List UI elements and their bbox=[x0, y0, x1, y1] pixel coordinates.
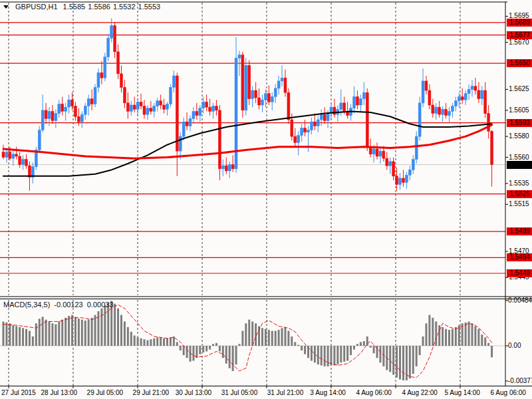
price-tick-label: 1.5625 bbox=[509, 85, 529, 93]
sr-price-label: 1.5677 bbox=[507, 31, 532, 39]
sr-price-label: 1.5525 bbox=[507, 190, 532, 198]
price-tick-label: 1.5535 bbox=[509, 180, 529, 188]
time-tick-label: 29 Jul 05:00 bbox=[87, 389, 124, 397]
sr-price-label: 1.5449 bbox=[507, 269, 532, 277]
price-chart-canvas[interactable] bbox=[0, 0, 532, 399]
price-tick-label: 1.5515 bbox=[509, 200, 529, 208]
sr-price-label: 1.5464 bbox=[507, 253, 532, 261]
symbol-period-label: GBPUSD,H1 bbox=[15, 3, 58, 11]
chart-ohlc-title: GBPUSD,H1 1.5585 1.5586 1.5532 1.5553 bbox=[3, 3, 160, 11]
macd-indicator-title: MACD(5,34,5) -0.00123 0.00033 bbox=[3, 301, 114, 309]
macd-tick-label: -0.00377 bbox=[508, 377, 532, 385]
price-tick-label: 1.5605 bbox=[509, 106, 529, 114]
sr-price-label: 1.5489 bbox=[507, 227, 532, 235]
time-tick-label: 31 Jul 05:00 bbox=[221, 389, 258, 397]
sr-price-label: 1.5689 bbox=[507, 19, 532, 27]
ohlc-open: 1.5585 bbox=[63, 3, 86, 11]
ohlc-high: 1.5586 bbox=[88, 3, 110, 11]
chart-dropdown-icon[interactable] bbox=[3, 5, 9, 9]
mt4-chart-window: GBPUSD,H1 1.5585 1.5586 1.5532 1.5553 MA… bbox=[0, 0, 532, 399]
time-tick-label: 27 Jul 2015 bbox=[1, 389, 36, 397]
time-tick-label: 31 Jul 21:00 bbox=[267, 389, 304, 397]
macd-tick-label: 0.00 bbox=[508, 342, 521, 350]
macd-signal-current-value: 0.00033 bbox=[87, 301, 114, 309]
macd-tick-label: 0.00484 bbox=[508, 297, 532, 305]
price-tick-label: 1.5580 bbox=[509, 132, 529, 140]
time-tick-label: 5 Aug 14:00 bbox=[444, 389, 479, 397]
time-tick-label: 30 Jul 13:00 bbox=[176, 389, 212, 397]
sr-price-label: 1.5650 bbox=[507, 59, 532, 67]
time-tick-label: 3 Aug 14:00 bbox=[310, 389, 345, 397]
time-tick-label: 28 Jul 13:00 bbox=[41, 389, 78, 397]
price-tick-label: 1.5670 bbox=[509, 39, 529, 47]
macd-name: MACD(5,34,5) bbox=[3, 301, 50, 309]
ohlc-close: 1.5553 bbox=[138, 3, 161, 11]
ohlc-low: 1.5532 bbox=[113, 3, 136, 11]
sr-price-label: 1.5593 bbox=[507, 119, 532, 127]
current-price-label: 1.5553 bbox=[507, 161, 532, 169]
time-tick-label: 29 Jul 21:00 bbox=[133, 389, 170, 397]
time-tick-label: 4 Aug 06:00 bbox=[356, 389, 391, 397]
time-tick-label: 6 Aug 06:00 bbox=[491, 389, 526, 397]
macd-current-value: -0.00123 bbox=[54, 301, 82, 309]
time-tick-label: 4 Aug 22:00 bbox=[402, 389, 437, 397]
